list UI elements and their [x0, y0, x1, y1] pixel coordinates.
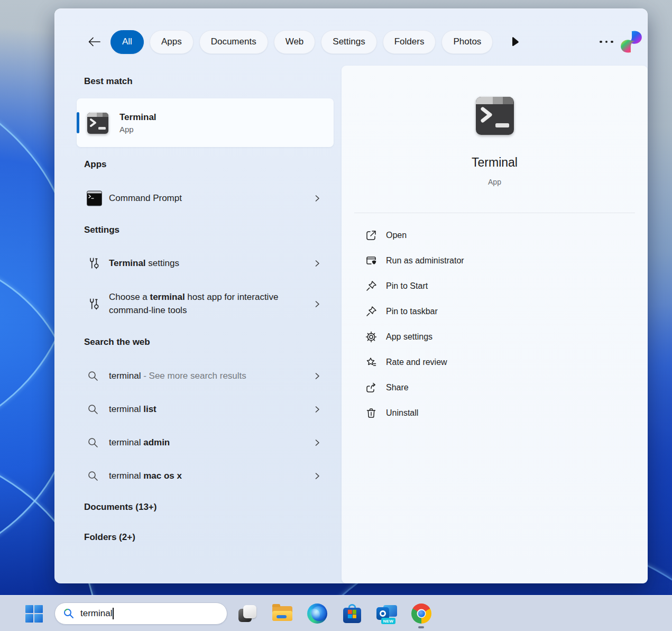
search-input-value: terminal	[80, 608, 112, 619]
section-search-web: Search the web	[84, 337, 150, 347]
taskbar-icon-edge[interactable]	[307, 603, 328, 624]
action-run-as-administrator[interactable]: Run as administrator	[354, 248, 635, 273]
copilot-button[interactable]	[618, 29, 645, 55]
tab-folders[interactable]: Folders	[383, 30, 436, 54]
microsoft-store-icon	[343, 603, 362, 624]
chevron-right-icon[interactable]	[314, 260, 321, 268]
action-label: Run as administrator	[386, 256, 464, 266]
section-settings: Settings	[84, 225, 119, 235]
tab-documents[interactable]: Documents	[199, 30, 268, 54]
search-icon	[87, 470, 99, 482]
result-command-prompt[interactable]: Command Prompt	[77, 187, 334, 209]
search-icon	[87, 370, 99, 382]
admin-shield-icon	[365, 254, 378, 267]
action-label: Share	[386, 383, 409, 392]
arrow-left-icon	[87, 36, 101, 48]
tab-settings[interactable]: Settings	[321, 30, 376, 54]
result-label: Terminal settings	[109, 258, 179, 269]
section-documents[interactable]: Documents (13+)	[84, 502, 157, 513]
section-folders[interactable]: Folders (2+)	[84, 532, 135, 543]
action-label: Open	[386, 231, 407, 240]
action-app-settings[interactable]: App settings	[354, 324, 635, 350]
web-result-terminal-mac-os-x[interactable]: terminal mac os x	[77, 465, 334, 487]
star-review-icon	[365, 356, 378, 369]
chevron-right-icon[interactable]	[314, 195, 321, 203]
file-explorer-icon	[272, 605, 293, 623]
outlook-new-badge: NEW	[381, 618, 395, 624]
web-result-see-more[interactable]: terminal - See more search results	[77, 365, 334, 387]
pin-icon	[365, 280, 378, 292]
overflow-menu-button[interactable]	[596, 36, 617, 48]
detail-app-type: App	[342, 178, 648, 186]
section-best-match: Best match	[84, 76, 133, 87]
outlook-icon: NEW	[376, 603, 398, 624]
taskbar-search-box[interactable]: terminal	[54, 602, 227, 625]
search-icon	[87, 404, 99, 415]
result-label: terminal - See more search results	[109, 371, 246, 381]
best-match-result[interactable]: Terminal App	[77, 98, 334, 147]
chevron-right-icon[interactable]	[314, 439, 321, 447]
copilot-logo-icon	[618, 29, 645, 55]
result-terminal-host-app[interactable]: Choose a terminal host app for interacti…	[77, 287, 334, 321]
action-label: Uninstall	[386, 408, 418, 418]
taskbar: terminal NEW	[0, 595, 672, 631]
pin-icon	[365, 305, 378, 318]
share-icon	[365, 381, 378, 394]
chevron-right-icon[interactable]	[314, 406, 321, 414]
action-pin-to-taskbar[interactable]: Pin to taskbar	[354, 299, 635, 324]
section-apps: Apps	[84, 159, 107, 170]
action-share[interactable]: Share	[354, 375, 635, 400]
edge-browser-icon	[307, 603, 327, 624]
web-result-terminal-admin[interactable]: terminal admin	[77, 432, 334, 454]
start-button[interactable]	[23, 603, 44, 624]
more-filters-button[interactable]	[511, 36, 519, 47]
taskbar-icon-microsoft-store[interactable]	[342, 603, 363, 624]
result-label: terminal mac os x	[109, 471, 182, 481]
chevron-right-icon[interactable]	[314, 372, 321, 380]
terminal-app-icon	[476, 97, 514, 135]
tab-all[interactable]: All	[111, 30, 144, 54]
gear-icon	[365, 331, 378, 343]
detail-app-title: Terminal	[342, 156, 648, 170]
windows-logo-icon	[25, 605, 43, 623]
taskbar-icon-file-explorer[interactable]	[272, 603, 293, 624]
trash-icon	[365, 407, 378, 419]
tab-apps[interactable]: Apps	[150, 30, 194, 54]
action-label: Rate and review	[386, 358, 447, 367]
action-label: App settings	[386, 332, 432, 342]
chevron-right-icon[interactable]	[314, 472, 321, 480]
terminal-app-icon	[87, 113, 108, 134]
web-result-terminal-list[interactable]: terminal list	[77, 398, 334, 420]
search-flyout-panel: All Apps Documents Web Settings Folders …	[54, 8, 648, 583]
taskbar-icon-chrome[interactable]	[411, 603, 432, 624]
open-external-icon	[365, 229, 378, 242]
action-label: Pin to Start	[386, 281, 428, 291]
tab-photos[interactable]: Photos	[441, 30, 493, 54]
chevron-right-icon[interactable]	[314, 300, 321, 308]
action-rate-and-review[interactable]: Rate and review	[354, 350, 635, 375]
tab-web[interactable]: Web	[274, 30, 316, 54]
result-label: Choose a terminal host app for interacti…	[109, 291, 299, 317]
taskbar-icon-task-view[interactable]	[237, 603, 258, 624]
taskbar-icon-outlook[interactable]: NEW	[376, 603, 398, 624]
chrome-icon	[411, 603, 431, 624]
tools-icon	[87, 297, 101, 311]
result-label: terminal admin	[109, 437, 170, 448]
action-pin-to-start[interactable]: Pin to Start	[354, 273, 635, 299]
back-button[interactable]	[86, 34, 102, 50]
action-label: Pin to taskbar	[386, 307, 438, 316]
action-uninstall[interactable]: Uninstall	[354, 400, 635, 426]
action-open[interactable]: Open	[354, 223, 635, 248]
task-view-icon	[238, 604, 257, 623]
tools-icon	[87, 257, 101, 270]
command-prompt-icon	[87, 191, 102, 206]
app-detail-pane: Terminal App Open Run as administrator	[342, 66, 648, 583]
best-match-title: Terminal	[119, 112, 157, 123]
result-label: terminal list	[109, 404, 157, 415]
search-icon	[62, 607, 75, 620]
filter-row: All Apps Documents Web Settings Folders …	[86, 30, 519, 54]
result-terminal-settings[interactable]: Terminal settings	[77, 252, 334, 275]
ellipsis-icon	[600, 41, 613, 43]
search-icon	[87, 437, 99, 449]
divider	[354, 213, 635, 213]
